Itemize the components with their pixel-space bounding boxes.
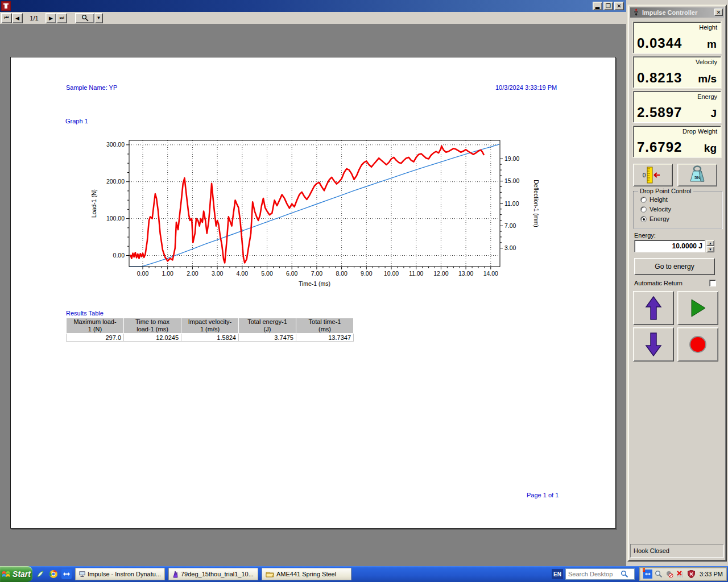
col-maximum-load: Maximum load-1 (N) — [67, 318, 124, 334]
svg-text:Deflection-1 (mm): Deflection-1 (mm) — [533, 180, 540, 227]
data-file-icon — [172, 571, 179, 578]
windows-flag-icon — [2, 570, 11, 578]
svg-text:11.00: 11.00 — [409, 270, 424, 277]
last-page-button[interactable]: ⏭ — [56, 13, 67, 23]
play-icon — [689, 298, 706, 318]
radio-energy-circle[interactable] — [640, 216, 647, 222]
search-input[interactable] — [566, 571, 621, 577]
zero-position-button[interactable]: 0 — [633, 164, 673, 186]
value-time-to-max: 12.0245 — [124, 334, 181, 342]
teamviewer-alert-icon[interactable]: ! — [643, 569, 652, 579]
first-page-button[interactable]: ⏮ — [1, 13, 12, 23]
restore-button[interactable]: ❐ — [603, 2, 613, 10]
svg-text:8.00: 8.00 — [336, 270, 348, 277]
system-tray: ! 3:33 PM — [639, 567, 727, 581]
radio-velocity[interactable]: Velocity — [640, 206, 671, 213]
go-to-energy-button[interactable]: Go to energy — [634, 258, 715, 275]
results-header-row: Maximum load-1 (N) Time to maxload-1 (ms… — [67, 318, 354, 334]
page-indicator: 1/1 — [23, 15, 46, 22]
language-indicator[interactable]: EN — [552, 569, 563, 579]
impulse-icon — [632, 9, 640, 16]
energy-readout: Energy 2.5897 J — [633, 91, 721, 123]
height-readout: Height 0.0344 m — [633, 22, 721, 53]
chrome-icon[interactable] — [48, 569, 59, 579]
svg-text:300.00: 300.00 — [106, 141, 125, 148]
weight-5n-icon: 5N — [688, 165, 707, 185]
desktop-search[interactable] — [565, 568, 635, 580]
close-button[interactable]: ✕ — [614, 2, 624, 10]
radio-energy[interactable]: Energy — [640, 215, 669, 222]
col-total-time: Total time-1(ms) — [296, 318, 354, 334]
svg-text:15.00: 15.00 — [504, 177, 519, 184]
task-folder[interactable]: AME441 Spring Steel — [262, 568, 351, 580]
ruler-zero-icon: 0 — [643, 167, 664, 184]
record-button[interactable] — [677, 327, 718, 361]
results-table-title: Results Table — [66, 310, 104, 317]
zoom-dropdown-button[interactable]: ▼ — [94, 13, 103, 23]
radio-velocity-circle[interactable] — [640, 206, 647, 213]
automatic-return-label: Automatic Return — [634, 280, 682, 286]
radio-height[interactable]: Height — [640, 196, 668, 203]
up-arrow-icon — [644, 296, 663, 321]
remote-app-icon[interactable] — [35, 569, 46, 579]
raise-crosshead-button[interactable] — [633, 291, 674, 325]
energy-spin-up-button[interactable]: ▲ — [706, 240, 714, 246]
zoom-button[interactable] — [75, 13, 94, 23]
task-data-file[interactable]: 79deg_15thou_trial1_10... — [168, 568, 258, 580]
velocity-readout: Velocity 0.8213 m/s — [633, 56, 721, 88]
radio-height-circle[interactable] — [640, 197, 647, 203]
report-page: Sample Name: YP 10/3/2024 3:33:19 PM Gra… — [10, 57, 616, 529]
search-icon[interactable] — [621, 570, 628, 578]
down-arrow-icon — [644, 332, 663, 357]
energy-spin-down-button[interactable]: ▼ — [706, 246, 714, 252]
svg-text:3.00: 3.00 — [504, 244, 516, 251]
graph-title: Graph 1 — [65, 118, 88, 124]
security-shield-icon[interactable] — [686, 569, 696, 579]
lower-crosshead-button[interactable] — [633, 327, 674, 361]
controller-close-button[interactable]: ✕ — [714, 9, 723, 16]
drop-point-control-title: Drop Point Control — [638, 188, 693, 194]
start-button[interactable]: Start — [0, 566, 32, 582]
page-footer: Page 1 of 1 — [527, 492, 559, 498]
results-value-row: 297.0 12.0245 1.5824 3.7475 13.7347 — [67, 334, 354, 342]
teamviewer-icon[interactable] — [61, 569, 72, 579]
task-impulse-window[interactable]: Impulse - Instron Dynatu... — [75, 568, 165, 580]
next-page-button[interactable]: ▶ — [46, 13, 56, 23]
magnifier-tray-icon[interactable] — [654, 569, 663, 579]
hook-status-text: Hook Closed — [634, 547, 669, 554]
svg-text:6.00: 6.00 — [286, 270, 298, 277]
energy-setpoint-input[interactable] — [634, 240, 705, 252]
network-error-icon[interactable] — [676, 569, 685, 579]
load-deflection-chart: 0.001.002.003.004.005.006.007.008.009.00… — [78, 130, 550, 301]
controller-status-bar: Hook Closed — [630, 544, 724, 558]
report-workspace: Sample Name: YP 10/3/2024 3:33:19 PM Gra… — [0, 25, 626, 566]
record-icon — [688, 334, 708, 355]
col-time-to-max: Time to maxload-1 (ms) — [124, 318, 181, 334]
impulse-task-icon — [79, 571, 85, 577]
calibration-weight-button[interactable]: 5N — [677, 164, 717, 186]
minimize-button[interactable]: ▬ — [593, 2, 602, 10]
svg-text:14.00: 14.00 — [483, 270, 498, 277]
svg-text:3.00: 3.00 — [212, 270, 224, 277]
automatic-return-checkbox[interactable] — [709, 280, 716, 286]
prev-page-button[interactable]: ◀ — [12, 13, 23, 23]
energy-setpoint-label: Energy: — [634, 232, 656, 239]
taskbar: Start Impulse - Instron Dynatu... 79deg_… — [0, 566, 728, 582]
main-titlebar[interactable]: ▬ ❐ ✕ — [0, 0, 626, 12]
svg-text:200.00: 200.00 — [106, 178, 125, 185]
svg-text:0.00: 0.00 — [113, 252, 125, 259]
main-window: ▬ ❐ ✕ ⏮ ◀ 1/1 ▶ ⏭ ▼ Sample Name: YP 10/3… — [0, 0, 626, 566]
controller-title: Impulse Controller — [642, 9, 697, 16]
svg-text:9.00: 9.00 — [361, 270, 373, 277]
drop-point-control-group: Drop Point Control Height Velocity Energ… — [633, 191, 722, 228]
device-blocked-icon[interactable] — [665, 569, 674, 579]
drop-weight-readout: Drop Weight 7.6792 kg — [633, 126, 721, 157]
start-test-button[interactable] — [677, 291, 718, 325]
controller-titlebar[interactable]: Impulse Controller ✕ — [630, 7, 724, 18]
instron-app-icon — [1, 1, 11, 11]
results-table: Maximum load-1 (N) Time to maxload-1 (ms… — [66, 318, 354, 342]
value-total-time: 13.7347 — [296, 334, 354, 342]
svg-text:1.00: 1.00 — [162, 270, 173, 277]
svg-text:100.00: 100.00 — [106, 215, 125, 222]
svg-text:11.00: 11.00 — [504, 200, 519, 207]
